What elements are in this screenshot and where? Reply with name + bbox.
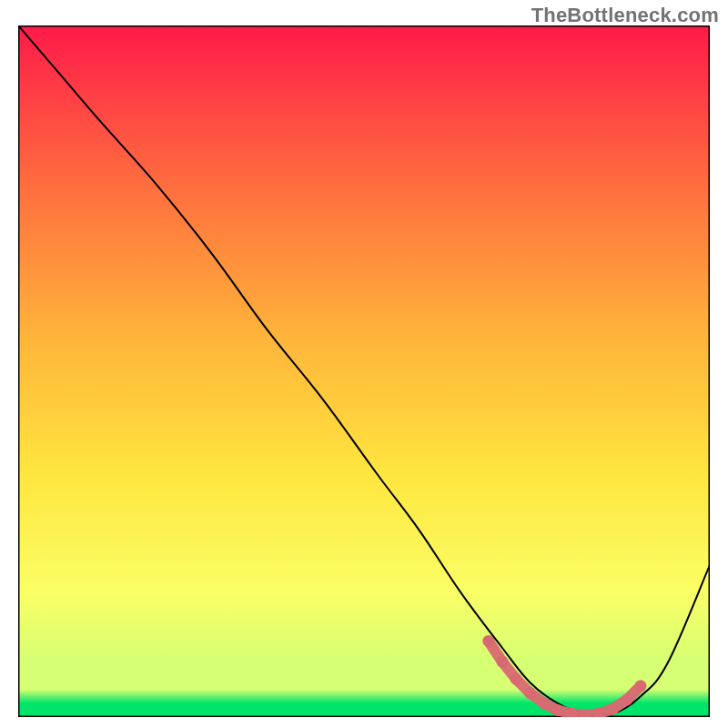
valley-dot (635, 680, 647, 692)
bottleneck-chart (18, 25, 710, 717)
valley-dot (497, 656, 509, 668)
valley-dot (621, 694, 632, 706)
watermark-text: TheBottleneck.com (531, 4, 719, 27)
valley-dot (511, 673, 522, 685)
chart-frame: TheBottleneck.com (0, 0, 728, 728)
valley-dot (538, 697, 550, 709)
valley-dot (524, 687, 536, 699)
valley-dot (607, 703, 619, 714)
gradient-background (18, 25, 710, 717)
valley-dot (551, 704, 563, 716)
valley-dot (482, 635, 494, 647)
